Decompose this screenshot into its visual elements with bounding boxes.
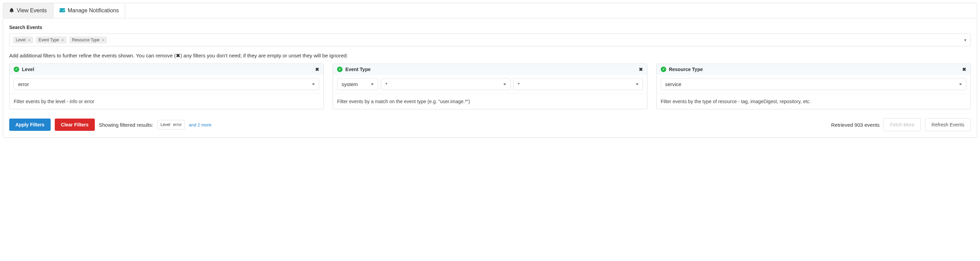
- showing-results-label: Showing filtered results:: [99, 122, 153, 128]
- search-tag-event-type-label: Event Type: [39, 38, 59, 43]
- tab-manage-notifications[interactable]: Manage Notifications: [53, 3, 125, 18]
- close-icon[interactable]: ✖: [315, 66, 319, 72]
- search-tag-level[interactable]: Level ✕: [13, 36, 33, 43]
- retrieved-count: Retrieved 903 events: [831, 122, 880, 128]
- active-filter-pill-key: Level: [161, 122, 170, 127]
- chevron-down-icon[interactable]: ▼: [964, 38, 967, 42]
- filter-header-event-type: ✓ Event Type ✖: [333, 64, 647, 75]
- close-icon[interactable]: ✖: [962, 66, 966, 72]
- close-icon[interactable]: ✖: [639, 66, 643, 72]
- level-dropdown[interactable]: error: [14, 78, 319, 90]
- filter-card-event-type: ✓ Event Type ✖ system * * Filter even: [332, 63, 647, 109]
- event-type-dropdown-3[interactable]: *: [513, 78, 643, 90]
- filter-card-resource-type: ✓ Resource Type ✖ service Filter events …: [656, 63, 971, 109]
- search-events-title: Search Events: [9, 25, 971, 30]
- filter-footer-level: Filter events by the level - info or err…: [10, 93, 323, 109]
- resource-type-value: service: [665, 81, 682, 87]
- search-tag-resource-type[interactable]: Resource Type ✕: [70, 36, 107, 43]
- search-tag-level-label: Level: [16, 38, 25, 43]
- envelope-icon: [60, 8, 65, 14]
- filter-cards-row: ✓ Level ✖ error Filter events by the lev…: [9, 63, 971, 109]
- filter-title-resource-type: Resource Type: [669, 66, 703, 72]
- check-circle-icon: ✓: [661, 66, 666, 72]
- event-type-dropdown-1[interactable]: system: [337, 78, 378, 90]
- filter-body-resource-type: service: [657, 75, 970, 93]
- filter-header-level: ✓ Level ✖: [10, 64, 323, 75]
- filter-body-level: error: [10, 75, 323, 93]
- close-icon: ✖: [176, 52, 180, 59]
- and-more-link[interactable]: and 2 more: [189, 122, 212, 127]
- refresh-events-button[interactable]: Refresh Events: [925, 118, 971, 131]
- search-tag-event-type[interactable]: Event Type ✕: [36, 36, 67, 43]
- level-dropdown-value: error: [18, 81, 29, 87]
- active-tab-pointer: [25, 18, 31, 21]
- filter-footer-event-type: Filter events by a match on the event ty…: [333, 93, 647, 109]
- filter-header-resource-type: ✓ Resource Type ✖: [657, 64, 970, 75]
- filter-title-level: Level: [22, 66, 34, 72]
- filters-helper-text: Add additional filters to further refine…: [9, 52, 971, 59]
- close-icon[interactable]: ✕: [28, 38, 30, 42]
- search-tagbar[interactable]: Level ✕ Event Type ✕ Resource Type ✕ ▼: [9, 33, 971, 46]
- search-tag-resource-type-label: Resource Type: [72, 38, 100, 43]
- clear-filters-button[interactable]: Clear Filters: [55, 119, 95, 131]
- tab-view-events-label: View Events: [17, 8, 47, 14]
- close-icon[interactable]: ✕: [102, 38, 104, 42]
- check-circle-icon: ✓: [337, 66, 342, 72]
- tabs-bar: View Events Manage Notifications: [3, 3, 977, 19]
- resource-type-dropdown[interactable]: service: [661, 78, 966, 90]
- tab-view-events[interactable]: View Events: [3, 3, 53, 18]
- filter-title-event-type: Event Type: [345, 66, 371, 72]
- filter-footer-resource-type: Filter events by the type of resource - …: [657, 93, 970, 109]
- check-circle-icon: ✓: [14, 66, 19, 72]
- event-type-value-2: *: [385, 81, 387, 87]
- apply-filters-button[interactable]: Apply Filters: [9, 119, 51, 131]
- bell-icon: [9, 8, 14, 14]
- events-panel: Search Events Level ✕ Event Type ✕ Resou…: [3, 18, 977, 138]
- filter-body-event-type: system * *: [333, 75, 647, 93]
- event-type-value-1: system: [342, 81, 358, 87]
- filter-card-level: ✓ Level ✖ error Filter events by the lev…: [9, 63, 324, 109]
- event-type-value-3: *: [518, 81, 520, 87]
- event-type-dropdown-2[interactable]: *: [381, 78, 511, 90]
- tab-manage-notifications-label: Manage Notifications: [68, 8, 119, 14]
- close-icon[interactable]: ✕: [61, 38, 64, 42]
- action-bar: Apply Filters Clear Filters Showing filt…: [9, 118, 971, 131]
- active-filter-pill[interactable]: Level error: [158, 120, 185, 130]
- active-filter-pill-value: error: [173, 122, 182, 127]
- fetch-more-button[interactable]: Fetch More: [883, 118, 921, 131]
